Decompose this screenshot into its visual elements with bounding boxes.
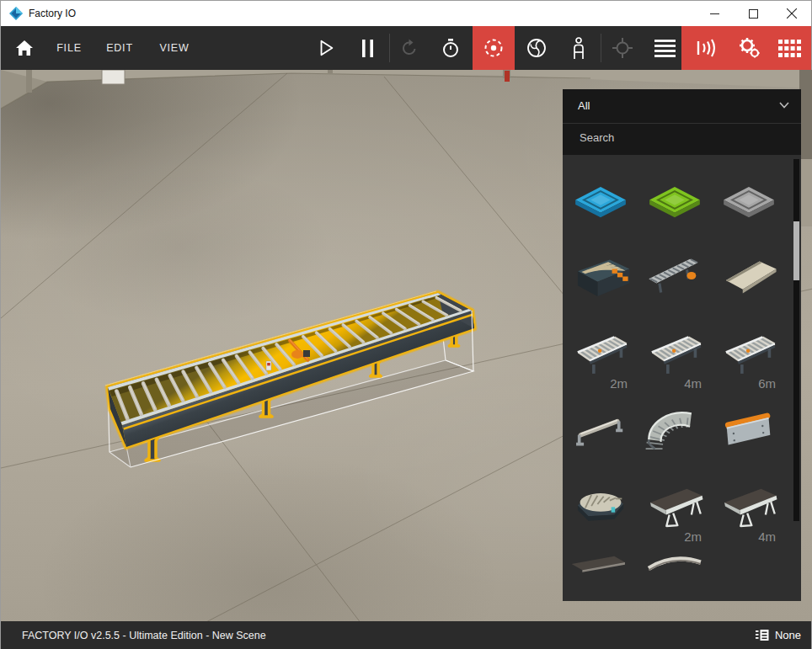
part-item-chain-transfer[interactable]	[564, 242, 638, 318]
part-item-roller-conveyor-2m[interactable]: 2m	[564, 318, 638, 395]
pause-button[interactable]	[352, 26, 382, 70]
play-button[interactable]	[309, 26, 343, 70]
category-dropdown[interactable]: All	[563, 89, 801, 123]
app-logo-icon	[9, 7, 23, 20]
part-size-label: 2m	[610, 376, 628, 391]
part-item-blue-pallet[interactable]	[564, 165, 638, 242]
fly-camera-button[interactable]	[520, 26, 553, 70]
search-input[interactable]	[578, 130, 767, 145]
scrollbar-track[interactable]	[793, 159, 799, 521]
parts-palette-panel: All	[563, 89, 801, 601]
drivers-button[interactable]	[732, 26, 766, 70]
home-button[interactable]	[9, 26, 40, 70]
driver-icon	[756, 630, 769, 641]
search-row	[563, 123, 801, 155]
category-value: All	[578, 99, 590, 112]
part-size-label: 6m	[758, 376, 776, 391]
app-version-text: FACTORY I/O v2.5.5 - Ultimate Edition - …	[22, 630, 266, 641]
part-item-turntable[interactable]	[564, 471, 638, 548]
part-item-partial-item-2[interactable]	[638, 548, 712, 601]
time-scale-button[interactable]	[434, 26, 467, 70]
main-toolbar: FILE EDIT VIEW	[1, 26, 811, 70]
part-size-label: 4m	[684, 376, 702, 391]
minimize-button[interactable]	[695, 1, 734, 26]
first-person-camera-button[interactable]	[562, 26, 596, 70]
palette-button[interactable]	[772, 26, 806, 70]
menu-file[interactable]: FILE	[51, 26, 87, 70]
part-item-gray-pallet[interactable]	[712, 165, 786, 242]
close-button[interactable]	[772, 1, 811, 26]
focus-target-button[interactable]	[606, 26, 639, 70]
status-bar: FACTORY I/O v2.5.5 - Ultimate Edition - …	[1, 621, 811, 649]
scrollbar-thumb[interactable]	[793, 221, 799, 280]
part-item-roller-conveyor-6m[interactable]: 6m	[712, 318, 786, 395]
part-size-label: 4m	[758, 529, 776, 544]
part-item-stop-blade[interactable]	[712, 395, 786, 471]
part-item-roller-feeder[interactable]	[638, 242, 712, 318]
part-item-partial-item-1[interactable]	[564, 548, 638, 601]
part-item-roller-stand[interactable]	[564, 395, 638, 471]
reset-button[interactable]	[393, 26, 426, 70]
menu-view[interactable]: VIEW	[156, 26, 193, 70]
menu-edit[interactable]: EDIT	[102, 26, 137, 70]
part-item-roller-conveyor-4m[interactable]: 4m	[638, 318, 712, 395]
scene-list-button[interactable]	[648, 26, 681, 70]
title-bar: Factory IO	[1, 1, 811, 26]
part-item-curved-roller-conveyor[interactable]	[638, 395, 712, 471]
part-item-green-pallet[interactable]	[638, 165, 712, 242]
part-item-belt-conveyor-4m[interactable]: 4m	[712, 471, 786, 548]
scene-viewport[interactable]: All	[1, 70, 812, 621]
part-item-chute[interactable]	[712, 242, 786, 318]
part-item-belt-conveyor-2m[interactable]: 2m	[638, 471, 712, 548]
sensor-tags-button[interactable]	[690, 26, 724, 70]
maximize-button[interactable]	[734, 1, 772, 26]
app-window: Factory IO FILE EDIT VIEW	[0, 0, 812, 649]
orbit-camera-button[interactable]	[473, 26, 515, 70]
driver-status: None	[775, 629, 801, 641]
window-title: Factory IO	[29, 8, 76, 19]
parts-list: 2m 4m 6m	[563, 155, 801, 601]
part-size-label: 2m	[684, 529, 702, 544]
chevron-down-icon	[779, 102, 789, 109]
